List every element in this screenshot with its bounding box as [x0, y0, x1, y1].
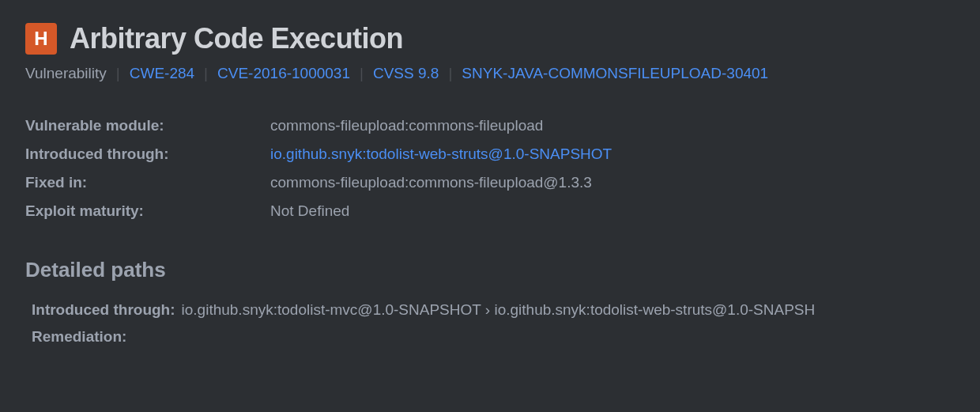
exploit-maturity-value: Not Defined [270, 202, 955, 220]
detailed-paths-heading: Detailed paths [25, 258, 955, 282]
snyk-id-link[interactable]: SNYK-JAVA-COMMONSFILEUPLOAD-30401 [462, 65, 768, 82]
header-row: H Arbitrary Code Execution [25, 22, 955, 55]
fixed-in-value: commons-fileupload:commons-fileupload@1.… [270, 174, 955, 191]
meta-row: Vulnerability | CWE-284 | CVE-2016-10000… [25, 65, 955, 82]
path-introduced-label: Introduced through: [32, 301, 175, 319]
path-remediation-label: Remediation: [32, 328, 126, 346]
severity-badge: H [25, 23, 57, 55]
exploit-maturity-label: Exploit maturity: [25, 202, 270, 220]
separator: | [448, 65, 452, 82]
separator: | [116, 65, 120, 82]
fixed-in-label: Fixed in: [25, 174, 270, 191]
vulnerable-module-value: commons-fileupload:commons-fileupload [270, 117, 955, 134]
page-title: Arbitrary Code Execution [70, 22, 403, 55]
vulnerability-type-label: Vulnerability [25, 65, 107, 82]
path-remediation-row: Remediation: [32, 328, 955, 346]
introduced-through-link[interactable]: io.github.snyk:todolist-web-struts@1.0-S… [270, 146, 955, 163]
introduced-through-label: Introduced through: [25, 146, 270, 163]
severity-letter: H [34, 28, 47, 50]
vulnerable-module-label: Vulnerable module: [25, 117, 270, 134]
separator: | [360, 65, 364, 82]
path-introduced-row: Introduced through: io.github.snyk:todol… [32, 301, 955, 319]
separator: | [204, 65, 208, 82]
cve-link[interactable]: CVE-2016-1000031 [217, 65, 350, 82]
cvss-link[interactable]: CVSS 9.8 [373, 65, 439, 82]
path-introduced-value: io.github.snyk:todolist-mvc@1.0-SNAPSHOT… [182, 301, 816, 319]
details-grid: Vulnerable module: commons-fileupload:co… [25, 117, 955, 220]
cwe-link[interactable]: CWE-284 [130, 65, 194, 82]
